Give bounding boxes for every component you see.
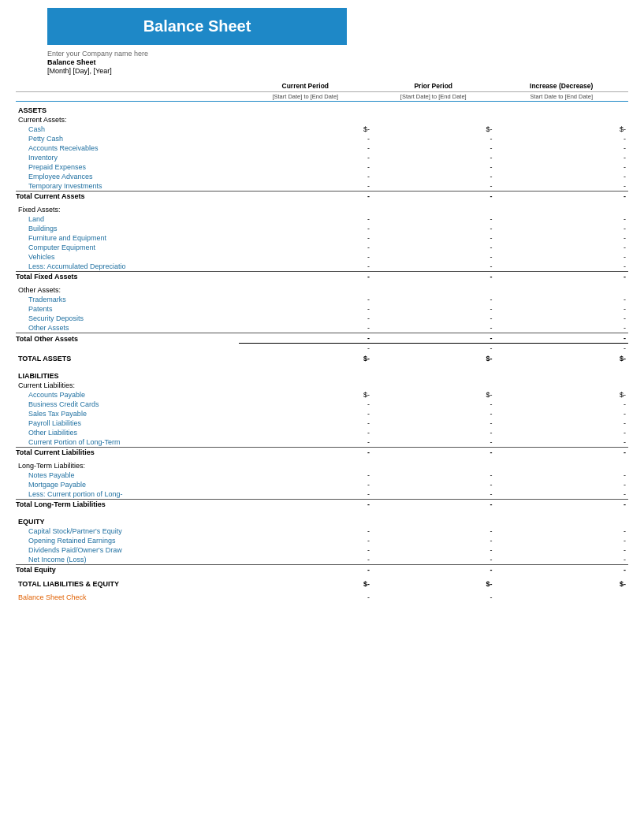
prior-period-header: Prior Period — [372, 81, 494, 92]
title-bar: Balance Sheet — [47, 8, 347, 45]
list-item: Computer Equipment - - - — [16, 243, 628, 252]
balance-sheet-table: Current Period Prior Period Increase (De… — [16, 81, 628, 602]
liabilities-section-header: LIABILITIES — [16, 367, 628, 381]
list-item: Business Credit Cards - - - — [16, 400, 628, 409]
sheet-label: Balance Sheet — [47, 58, 628, 66]
list-item: Furniture and Equipment - - - — [16, 233, 628, 243]
fixed-assets-header: Fixed Assets: — [16, 205, 628, 214]
total-current-assets-row: Total Current Assets - - - — [16, 192, 628, 202]
column-header-row: Current Period Prior Period Increase (De… — [16, 81, 628, 92]
current-assets-header: Current Assets: — [16, 115, 628, 125]
list-item: Payroll Liabilities - - - — [16, 418, 628, 428]
list-item: Accounts Payable $- $- $- — [16, 390, 628, 400]
list-item: Land - - - — [16, 214, 628, 224]
list-item: Sales Tax Payable - - - — [16, 409, 628, 418]
list-item: Buildings - - - — [16, 224, 628, 233]
list-item: Mortgage Payable - - - — [16, 480, 628, 489]
list-item: Prepaid Expenses - - - — [16, 162, 628, 172]
column-subheader-row: [Start Date] to [End Date] [Start Date] … — [16, 92, 628, 102]
total-longterm-liabilities-row: Total Long-Term Liabilities - - - — [16, 500, 628, 510]
current-liabilities-header: Current Liabilities: — [16, 381, 628, 390]
increase-sub-header: Start Date to [End Date] — [494, 92, 628, 102]
list-item: Notes Payable - - - — [16, 470, 628, 480]
prior-sub-header: [Start Date] to [End Date] — [372, 92, 494, 102]
list-item: Capital Stock/Partner's Equity - - - — [16, 526, 628, 536]
list-item: Less: Accumulated Depreciatio - - - — [16, 262, 628, 272]
list-item: Other Assets - - - — [16, 323, 628, 333]
list-item: Employee Advances - - - — [16, 172, 628, 181]
list-item: Opening Retained Earnings - - - — [16, 536, 628, 545]
list-item: Vehicles - - - — [16, 252, 628, 262]
page-title: Balance Sheet — [143, 17, 251, 35]
total-equity-row: Total Equity - - - — [16, 565, 628, 575]
list-item: Accounts Receivables - - - — [16, 143, 628, 153]
total-assets-row: TOTAL ASSETS $- $- $- — [16, 353, 628, 363]
total-other-assets-row: Total Other Assets - - - — [16, 333, 628, 344]
list-item: Dividends Paid/Owner's Draw - - - — [16, 545, 628, 555]
list-item: Other Liabilities - - - — [16, 428, 628, 437]
list-item: Cash $- $- $- — [16, 125, 628, 134]
longterm-liabilities-header: Long-Term Liabilities: — [16, 461, 628, 470]
list-item: Net Income (Loss) - - - — [16, 555, 628, 565]
list-item: Security Deposits - - - — [16, 314, 628, 323]
list-item: Inventory - - - — [16, 153, 628, 162]
equity-section-header: EQUITY — [16, 513, 628, 526]
list-item: Trademarks - - - — [16, 295, 628, 304]
total-liabilities-equity-row: TOTAL LIABILITIES & EQUITY $- $- $- — [16, 578, 628, 589]
total-current-liabilities-row: Total Current Liabilities - - - — [16, 448, 628, 458]
list-item: Less: Current portion of Long- - - - — [16, 489, 628, 500]
list-item: Petty Cash - - - — [16, 134, 628, 143]
current-period-header: Current Period — [239, 81, 373, 92]
balance-check-row: Balance Sheet Check - - — [16, 593, 628, 602]
list-item: Temporary Investments - - - — [16, 181, 628, 192]
assets-section-header: ASSETS — [16, 102, 628, 116]
company-name: Enter your Company name here — [47, 50, 628, 58]
total-fixed-assets-row: Total Fixed Assets - - - — [16, 272, 628, 282]
other-assets-header: Other Assets: — [16, 285, 628, 295]
spacer: - - - — [16, 344, 628, 354]
sheet-date: [Month] [Day], [Year] — [47, 67, 628, 75]
list-item: Current Portion of Long-Term - - - — [16, 437, 628, 448]
current-sub-header: [Start Date] to [End Date] — [239, 92, 373, 102]
increase-header: Increase (Decrease) — [494, 81, 628, 92]
list-item: Patents - - - — [16, 304, 628, 314]
